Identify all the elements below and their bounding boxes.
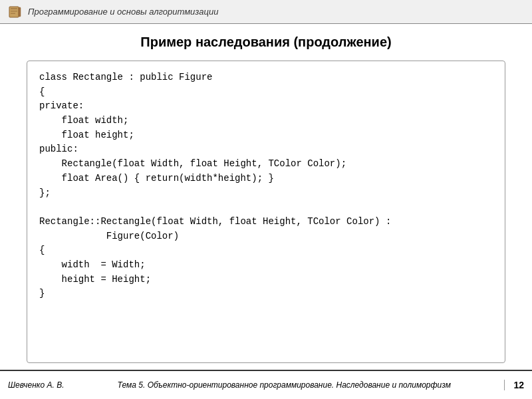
slide-title: Пример наследования (продолжение) [27,35,505,50]
header-title: Программирование и основы алгоритмизации [28,7,218,17]
code-box: class Rectangle : public Figure { privat… [27,61,505,363]
svg-rect-1 [11,8,17,9]
footer-topic: Тема 5. Объектно-ориентированное програм… [64,380,504,390]
svg-rect-3 [11,13,15,14]
main-content: Пример наследования (продолжение) class … [0,24,532,370]
footer-author: Шевченко А. В. [8,380,64,390]
footer-page-number: 12 [504,380,524,390]
code-content: class Rectangle : public Figure { privat… [39,70,493,301]
header-icon [8,5,23,19]
svg-rect-2 [11,11,17,12]
footer: Шевченко А. В. Тема 5. Объектно-ориентир… [0,370,532,399]
svg-rect-4 [19,7,21,17]
header: Программирование и основы алгоритмизации [0,0,532,24]
